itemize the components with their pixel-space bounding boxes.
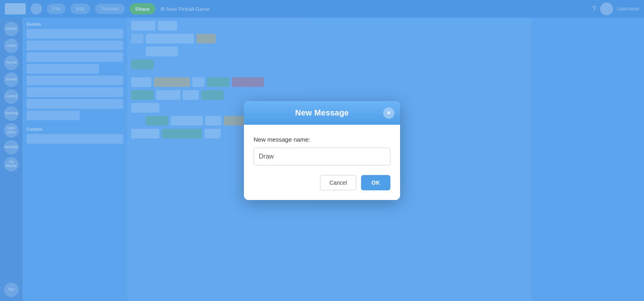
modal-header: New Message × (244, 101, 400, 125)
modal-body: New message name: Cancel OK (244, 125, 400, 200)
cancel-button[interactable]: Cancel (320, 175, 356, 190)
modal-input-label: New message name: (254, 136, 390, 143)
modal-overlay: New Message × New message name: Cancel O… (0, 0, 644, 301)
ok-button[interactable]: OK (361, 175, 390, 190)
new-message-modal: New Message × New message name: Cancel O… (244, 101, 400, 200)
message-name-input[interactable] (254, 148, 390, 165)
modal-title: New Message (295, 108, 349, 118)
modal-actions: Cancel OK (254, 175, 390, 192)
modal-close-button[interactable]: × (383, 107, 394, 119)
